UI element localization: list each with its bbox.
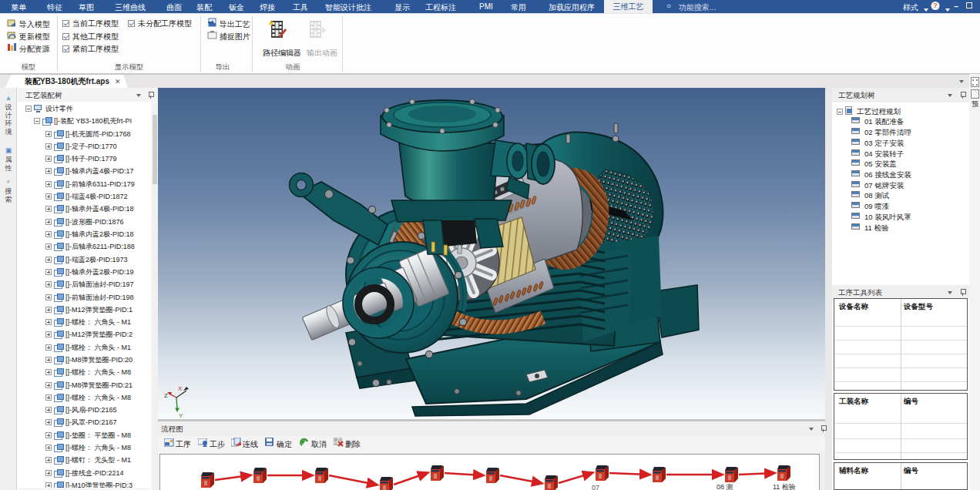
- svg-text:Z: Z: [164, 392, 168, 399]
- svg-text:11 检验: 11 检验: [773, 483, 796, 490]
- svg-text:Y: Y: [179, 412, 183, 419]
- svg-text:07: 07: [592, 484, 599, 490]
- svg-text:08 测: 08 测: [717, 483, 733, 490]
- svg-text:X: X: [178, 385, 183, 392]
